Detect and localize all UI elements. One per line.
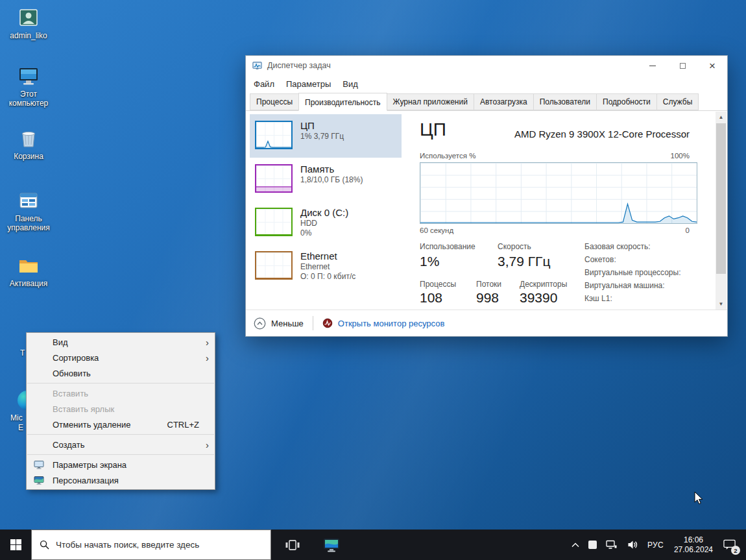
close-button[interactable]: ×: [697, 56, 727, 75]
titlebar[interactable]: Диспетчер задач ×: [246, 56, 727, 75]
notification-count-badge: 2: [731, 546, 740, 555]
task-view-button[interactable]: [278, 530, 307, 560]
scrollbar-thumb[interactable]: [716, 123, 726, 274]
cpu-usage-axis-label: Используется %: [420, 152, 475, 160]
perf-title: Память: [300, 163, 363, 175]
x-axis-right-label: 0: [686, 226, 690, 234]
action-center-button[interactable]: 2: [719, 530, 741, 560]
clock[interactable]: 16:06 27.06.2024: [668, 530, 719, 560]
fewer-details-icon[interactable]: [254, 317, 266, 330]
submenu-arrow-icon: ›: [206, 440, 209, 450]
tray-app-button[interactable]: [584, 530, 601, 560]
menu-item-undo-delete[interactable]: Отменить удаление CTRL+Z: [27, 417, 215, 432]
processes-stat-value: 108: [420, 290, 442, 306]
perf-subtitle: 1% 3,79 ГГц: [300, 132, 344, 141]
tab-strip: Процессы Производительность Журнал прило…: [246, 92, 727, 111]
perf-subtitle: 0%: [300, 228, 348, 238]
menu-item-display-settings[interactable]: Параметры экрана: [27, 457, 215, 472]
menu-item-refresh[interactable]: Обновить: [27, 365, 215, 381]
maximize-button[interactable]: [668, 56, 697, 75]
threads-stat-value: 998: [476, 290, 499, 306]
perf-item-disk[interactable]: Диск 0 (C:) HDD 0%: [250, 201, 402, 245]
tab-services[interactable]: Службы: [656, 93, 699, 110]
desktop-icon-recycle-bin[interactable]: Корзина: [0, 127, 57, 161]
info-virtual-processors-label: Виртуальные процессоры:: [584, 268, 681, 277]
menu-item-label: Создать: [53, 440, 84, 450]
scroll-down-icon[interactable]: ▼: [716, 298, 727, 310]
perf-item-memory[interactable]: Память 1,8/10,0 ГБ (18%): [250, 158, 402, 201]
info-l1-cache-label: Кэш L1:: [584, 294, 612, 303]
language-indicator[interactable]: РУС: [643, 530, 668, 560]
tray-time: 16:06: [684, 535, 703, 545]
speed-stat-value: 3,79 ГГц: [498, 254, 550, 269]
menu-separator: [27, 434, 214, 435]
minimize-button[interactable]: [638, 56, 668, 75]
menu-item-paste-shortcut: Вставить ярлык: [27, 401, 215, 417]
menu-file[interactable]: Файл: [254, 79, 274, 89]
resource-monitor-icon: [322, 318, 333, 328]
submenu-arrow-icon: ›: [206, 337, 209, 347]
system-tray: РУС 16:06 27.06.2024 2: [567, 530, 746, 560]
ethernet-mini-chart: [255, 251, 293, 280]
open-resource-monitor-link[interactable]: Открыть монитор ресурсов: [338, 319, 444, 328]
recycle-bin-icon: [18, 127, 40, 149]
tray-date: 27.06.2024: [674, 545, 713, 555]
speaker-icon: [627, 540, 638, 550]
menu-options[interactable]: Параметры: [286, 79, 331, 89]
close-icon: ×: [709, 60, 716, 71]
usage-stat-label: Использование: [420, 242, 475, 251]
task-manager-window: Диспетчер задач × Файл Параметры Вид Про…: [245, 55, 728, 337]
desktop-context-menu: Вид › Сортировка › Обновить Вставить Вст…: [26, 332, 215, 490]
network-button[interactable]: [601, 530, 623, 560]
ethernet-network-icon: [606, 540, 618, 550]
tab-processes[interactable]: Процессы: [250, 93, 299, 110]
speed-stat-label: Скорость: [498, 242, 531, 251]
search-icon: [40, 540, 49, 550]
fewer-details-label[interactable]: Меньше: [271, 319, 304, 328]
menu-item-personalize[interactable]: Персонализация: [27, 472, 215, 488]
vertical-scrollbar[interactable]: ▲ ▼: [716, 112, 727, 310]
desktop-icon-label: Активация: [10, 279, 48, 288]
folder-icon: [18, 254, 40, 276]
menu-item-label: Вставить ярлык: [53, 404, 114, 414]
desktop-icon-control-panel[interactable]: Панель управления: [0, 189, 57, 232]
info-sockets-label: Сокетов:: [584, 255, 616, 264]
tab-startup[interactable]: Автозагрузка: [474, 93, 534, 110]
handles-stat-label: Дескрипторы: [520, 280, 567, 289]
running-app-button[interactable]: [317, 530, 346, 560]
desktop-icon-label: Этот компьютер: [0, 90, 57, 108]
cpu-mini-chart: [255, 121, 293, 149]
menu-item-sort[interactable]: Сортировка ›: [27, 350, 215, 365]
menu-item-label: Отменить удаление: [53, 420, 130, 430]
control-panel-icon: [18, 189, 40, 212]
menu-item-label: Вид: [53, 337, 68, 347]
menu-item-label: Обновить: [53, 369, 91, 378]
tab-details[interactable]: Подробности: [596, 93, 657, 110]
tray-expand-button[interactable]: [567, 530, 584, 560]
handles-stat-value: 39390: [520, 290, 557, 306]
edge-label-fragment-line2: Е: [18, 423, 23, 432]
desktop-icon-admin-liko[interactable]: admin_liko: [0, 6, 57, 40]
volume-button[interactable]: [623, 530, 643, 560]
perf-subtitle: О: 0 П: 0 кбит/с: [300, 272, 355, 282]
desktop-icon-this-pc[interactable]: Этот компьютер: [0, 65, 57, 108]
desktop-icon-activation-folder[interactable]: Активация: [0, 254, 57, 288]
perf-item-ethernet[interactable]: Ethernet Ethernet О: 0 П: 0 кбит/с: [250, 245, 402, 288]
cpu-usage-graph[interactable]: [420, 162, 697, 224]
taskbar: РУС 16:06 27.06.2024 2: [0, 530, 746, 560]
taskbar-search[interactable]: [31, 530, 271, 560]
search-input[interactable]: [56, 540, 263, 550]
scroll-up-icon[interactable]: ▲: [716, 112, 727, 123]
menu-item-new[interactable]: Создать ›: [27, 437, 215, 452]
menu-item-view[interactable]: Вид ›: [27, 334, 215, 350]
menu-view[interactable]: Вид: [343, 79, 358, 89]
perf-item-cpu[interactable]: ЦП 1% 3,79 ГГц: [250, 114, 402, 158]
tab-users[interactable]: Пользователи: [533, 93, 597, 110]
disk-mini-chart: [255, 208, 293, 236]
tab-app-history[interactable]: Журнал приложений: [387, 93, 474, 110]
running-app-icon: [323, 537, 340, 553]
start-button[interactable]: [0, 530, 31, 560]
perf-subtitle: 1,8/10,0 ГБ (18%): [300, 175, 363, 185]
edge-label-fragment-line1: Mic: [10, 413, 23, 422]
tab-performance[interactable]: Производительность: [298, 93, 387, 111]
